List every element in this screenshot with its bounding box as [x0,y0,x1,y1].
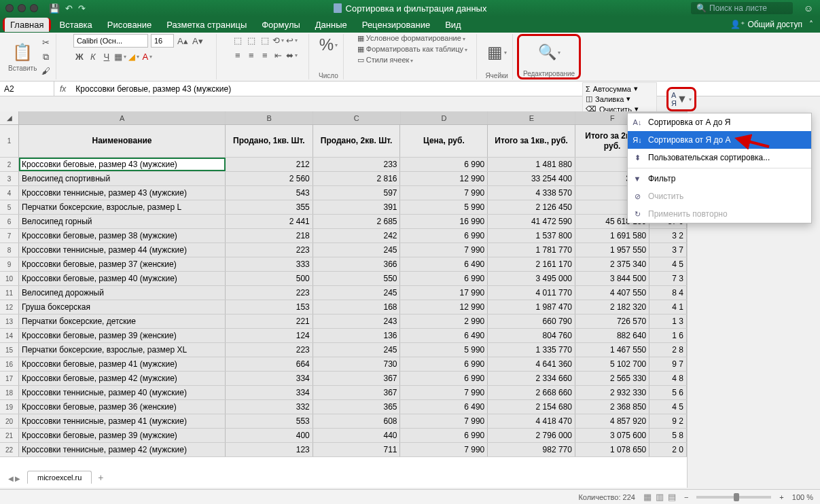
align-right-icon[interactable]: ≡ [259,49,271,61]
row-header[interactable]: 8 [0,243,19,257]
cell[interactable]: 333 [226,257,313,271]
cell[interactable]: 2 796 000 [488,429,575,442]
cell[interactable]: 804 760 [488,329,575,342]
cell[interactable]: 168 [313,300,401,314]
cell[interactable]: Кроссовки беговые, размер 39 (женские) [19,329,226,342]
cell[interactable]: 245 [313,343,401,357]
cell[interactable]: 218 [226,229,313,242]
cut-icon[interactable]: ✂ [39,37,52,49]
cell[interactable]: 1 481 880 [488,158,575,171]
font-size-combo[interactable] [151,34,174,48]
cell[interactable]: 2 685 [313,215,401,228]
cell[interactable]: 391 [313,200,401,214]
cell[interactable]: 726 570 [575,314,649,328]
font-color-icon[interactable]: A [141,50,154,62]
cell[interactable]: 2 560 [226,172,313,185]
cell[interactable]: 543 [226,186,313,200]
header-cell[interactable]: Наименование [19,125,226,157]
cell[interactable]: 7 990 [400,414,488,428]
tab-home[interactable]: Главная [5,18,49,32]
cell[interactable]: Велосипед спортивный [19,172,226,185]
redo-icon[interactable]: ↷ [78,3,86,14]
cell[interactable]: 6 990 [400,229,488,242]
add-sheet-button[interactable]: + [94,471,107,484]
name-box[interactable]: A2 [0,82,54,96]
percent-icon[interactable]: % [317,34,339,56]
cell[interactable]: 440 [313,429,401,442]
cell[interactable]: 4 338 570 [488,186,575,200]
cell[interactable]: 243 [313,314,401,328]
row-header[interactable]: 17 [0,372,19,385]
row-header[interactable]: 16 [0,357,19,371]
cell[interactable]: 16 990 [400,215,488,228]
cell[interactable]: 1 537 800 [488,229,575,242]
tab-formulas[interactable]: Формулы [255,17,307,33]
menu-custom-sort[interactable]: ⬍Пользовательская сортировка... [628,149,811,166]
cell[interactable]: 4 641 360 [488,357,575,371]
cell[interactable]: 2 375 340 [575,257,649,271]
cell[interactable]: Кроссовки теннисные, размер 44 (мужские) [19,243,226,257]
spreadsheet-grid[interactable]: ◢ A B C D E F G 1НаименованиеПродано, 1к… [0,111,688,488]
sort-filter-button[interactable]: АЯ ▼ ▾ [666,87,696,111]
cell[interactable]: 1 078 650 [575,443,649,456]
cell[interactable]: 367 [313,386,401,399]
cell[interactable]: 1 6 [649,329,687,342]
page-layout-view-icon[interactable]: ▥ [656,492,664,502]
cell[interactable]: 4 857 920 [575,414,649,428]
row-header[interactable]: 18 [0,386,19,399]
bold-icon[interactable]: Ж [73,50,86,62]
cell[interactable]: Кроссовки беговые, размер 36 (женские) [19,400,226,414]
cell[interactable]: 2 816 [313,172,401,185]
cell[interactable]: Кроссовки беговые, размер 38 (мужские) [19,229,226,242]
merge-icon[interactable]: ⬌ [286,49,298,61]
formula-input[interactable] [71,82,820,96]
cell[interactable]: 7 3 [649,272,687,285]
italic-icon[interactable]: К [87,50,99,62]
cell[interactable]: Перчатки боксерские, взрослые, размер XL [19,343,226,357]
cell[interactable]: 2 182 320 [575,300,649,314]
cell[interactable]: 2 368 850 [575,400,649,414]
decrease-font-icon[interactable]: A▾ [192,35,204,47]
col-header-a[interactable]: A [19,111,226,124]
align-top-icon[interactable]: ⬚ [232,34,244,46]
orientation-icon[interactable]: ⟲ [272,34,285,46]
row-header[interactable]: 7 [0,229,19,242]
row-header[interactable]: 2 [0,158,19,171]
cell[interactable]: Кроссовки теннисные, размер 41 (мужские) [19,414,226,428]
cell[interactable]: 2 154 680 [488,400,575,414]
minimize-window-icon[interactable] [18,4,26,12]
row-header[interactable]: 4 [0,186,19,200]
cell[interactable]: 6 490 [400,400,488,414]
collapse-ribbon-icon[interactable]: ˄ [809,20,813,29]
row-header[interactable]: 13 [0,314,19,328]
border-icon[interactable]: ▦ [114,50,126,62]
cell[interactable]: 7 990 [400,443,488,456]
row-header[interactable]: 9 [0,257,19,271]
cell[interactable]: 2 334 660 [488,372,575,385]
cell[interactable]: Кроссовки беговые, размер 43 (мужские) [19,158,226,171]
header-cell[interactable]: Итого за 1кв., руб. [488,125,575,157]
cell[interactable]: 2 990 [400,314,488,328]
cell[interactable]: 1 691 580 [575,229,649,242]
sheet-next-icon[interactable]: ▶ [15,475,20,482]
cell[interactable]: 550 [313,272,401,285]
cell[interactable]: 6 490 [400,329,488,342]
tab-review[interactable]: Рецензирование [355,17,437,33]
cell[interactable]: 212 [226,158,313,171]
tab-draw[interactable]: Рисование [101,17,158,33]
sheet-search[interactable]: 🔍 Поиск на листе [691,2,793,14]
menu-sort-desc[interactable]: Я↓Сортировка от Я до А [628,131,811,149]
cell[interactable]: 4 407 550 [575,286,649,300]
cell[interactable]: 6 990 [400,357,488,371]
cell[interactable]: 41 472 590 [488,215,575,228]
cell[interactable]: 500 [226,272,313,285]
cell[interactable]: Кроссовки беговые, размер 41 (мужские) [19,357,226,371]
cell[interactable]: Перчатки боксерские, взрослые, размер L [19,200,226,214]
cell[interactable]: 355 [226,200,313,214]
cell[interactable]: 5 102 700 [575,357,649,371]
cell[interactable]: 367 [313,372,401,385]
cell[interactable]: 2 0 [649,443,687,456]
cell[interactable]: 553 [226,414,313,428]
sheet-tab-active[interactable]: microexcel.ru [27,471,92,484]
cell[interactable]: 5 6 [649,386,687,399]
